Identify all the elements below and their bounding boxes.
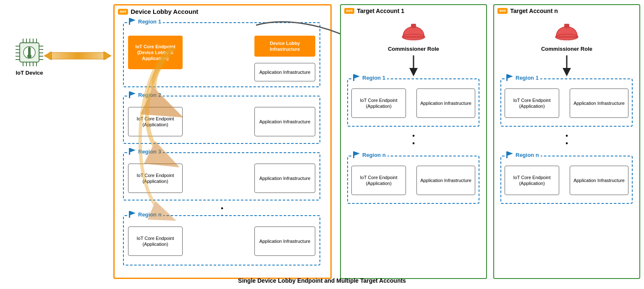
target-account-1-header: aws Target Account 1 bbox=[341, 5, 486, 17]
tn-region-1-box: Region 1 IoT Core Endpoint (Application)… bbox=[500, 78, 633, 127]
commissioner-role-label-t1: Commissioner Role bbox=[388, 46, 439, 52]
flag-icon-r3 bbox=[129, 148, 136, 155]
aws-badge-tn: aws bbox=[497, 8, 508, 14]
flag-icon-r1 bbox=[129, 18, 136, 25]
region-3-box: Region 3 IoT Core Endpoint (Application)… bbox=[123, 152, 320, 200]
down-arrow-t1 bbox=[341, 55, 486, 76]
app-infra-rn-lobby: Application Infrastructure bbox=[254, 227, 315, 256]
app-infra-t1-r1: Application Infrastructure bbox=[416, 89, 475, 118]
aws-badge-lobby: aws bbox=[118, 9, 128, 15]
target-account-n-title: Target Account n bbox=[510, 8, 558, 14]
svg-marker-32 bbox=[130, 148, 136, 152]
aws-badge-t1: aws bbox=[344, 8, 354, 14]
svg-rect-53 bbox=[506, 151, 508, 158]
device-lobby-infra-box: Device Lobby Infrastructure bbox=[254, 36, 315, 57]
svg-marker-25 bbox=[44, 52, 52, 60]
device-lobby-account-header: aws Device Lobby Account bbox=[115, 5, 330, 18]
device-lobby-account: aws Device Lobby Account Region 1 IoT Co… bbox=[113, 4, 332, 279]
region-1-box: Region 1 IoT Core Endpoint (Device Lobby… bbox=[123, 22, 320, 87]
region-n-label: Region n bbox=[127, 211, 163, 218]
diagram-container: IoT Device aws Device Lobby Account bbox=[0, 0, 644, 289]
commissioner-role-t1: Commissioner Role bbox=[341, 21, 486, 52]
region-3-label: Region 3 bbox=[127, 148, 163, 155]
iot-core-tn-r1: IoT Core Endpoint (Application) bbox=[505, 89, 559, 118]
svg-marker-42 bbox=[354, 74, 360, 78]
flag-icon-r2 bbox=[129, 91, 136, 98]
flag-icon-t1-rn bbox=[353, 151, 361, 158]
app-infra-r1-lobby: Application Infrastructure bbox=[254, 63, 315, 81]
svg-rect-27 bbox=[129, 18, 130, 25]
region-1-label: Region 1 bbox=[127, 18, 163, 25]
target-account-1-title: Target Account 1 bbox=[357, 8, 404, 14]
svg-rect-41 bbox=[353, 74, 354, 81]
svg-rect-51 bbox=[506, 74, 508, 81]
svg-marker-30 bbox=[130, 91, 136, 96]
iot-core-t1-rn: IoT Core Endpoint (Application) bbox=[351, 166, 406, 195]
app-infra-r3-lobby: Application Infrastructure bbox=[254, 164, 315, 193]
device-lobby-account-title: Device Lobby Account bbox=[131, 8, 198, 15]
svg-marker-26 bbox=[104, 52, 111, 60]
svg-marker-50 bbox=[563, 68, 571, 76]
svg-point-3 bbox=[27, 54, 31, 58]
iot-core-t1-r1: IoT Core Endpoint (Application) bbox=[351, 89, 406, 118]
region-n-box: Region n IoT Core Endpoint (Application)… bbox=[123, 215, 320, 266]
tn-region-n-box: Region n IoT Core Endpoint (Application)… bbox=[500, 156, 633, 204]
svg-marker-24 bbox=[49, 52, 106, 59]
target-account-1: aws Target Account 1 Commissioner Role bbox=[340, 4, 487, 279]
svg-rect-33 bbox=[129, 211, 130, 218]
svg-marker-54 bbox=[508, 151, 513, 156]
down-arrow-svg-tn bbox=[560, 55, 573, 76]
iot-core-r3-lobby: IoT Core Endpoint (Application) bbox=[128, 164, 183, 193]
iot-core-lobby-app-box: IoT Core Endpoint (Device Lobby & Applic… bbox=[128, 36, 183, 69]
svg-marker-40 bbox=[409, 68, 418, 76]
svg-rect-31 bbox=[129, 148, 130, 155]
region-2-label: Region 2 bbox=[127, 91, 163, 98]
svg-rect-47 bbox=[564, 24, 569, 28]
caption: Single Device Lobby Endpoint and Multipl… bbox=[0, 277, 644, 284]
flag-icon-tn-r1 bbox=[506, 74, 514, 81]
double-arrow bbox=[44, 48, 111, 63]
dots-tn: •• bbox=[494, 132, 639, 147]
t1-region-1-label: Region 1 bbox=[351, 74, 387, 81]
svg-marker-28 bbox=[130, 18, 136, 22]
t1-region-1-box: Region 1 IoT Core Endpoint (Application)… bbox=[347, 78, 479, 127]
svg-marker-52 bbox=[508, 74, 513, 78]
down-arrow-tn bbox=[494, 55, 639, 76]
target-account-n: aws Target Account n Commissioner Role bbox=[493, 4, 640, 279]
region-2-box: Region 2 IoT Core Endpoint (Application)… bbox=[123, 96, 320, 144]
helmet-icon-t1 bbox=[401, 21, 426, 44]
commissioner-role-tn: Commissioner Role bbox=[494, 21, 639, 52]
flag-icon-t1-r1 bbox=[353, 74, 361, 81]
app-infra-tn-r1: Application Infrastructure bbox=[570, 89, 628, 118]
down-arrow-svg-t1 bbox=[407, 55, 420, 76]
chip-icon bbox=[15, 38, 44, 67]
tn-region-1-label: Region 1 bbox=[505, 74, 540, 81]
svg-rect-29 bbox=[129, 91, 130, 98]
helmet-icon-tn bbox=[554, 21, 579, 44]
tn-region-n-label: Region n bbox=[505, 151, 541, 158]
svg-rect-43 bbox=[353, 151, 354, 158]
t1-region-n-box: Region n IoT Core Endpoint (Application)… bbox=[347, 156, 479, 204]
svg-marker-34 bbox=[130, 211, 136, 215]
iot-core-tn-rn: IoT Core Endpoint (Application) bbox=[505, 166, 559, 195]
flag-icon-tn-rn bbox=[506, 151, 514, 158]
flag-icon-rn bbox=[129, 211, 136, 218]
dots-t1: •• bbox=[341, 132, 486, 147]
iot-core-rn-lobby: IoT Core Endpoint (Application) bbox=[128, 227, 183, 256]
app-infra-r2-lobby: Application Infrastructure bbox=[254, 107, 315, 136]
t1-region-n-label: Region n bbox=[351, 151, 387, 158]
app-infra-tn-rn: Application Infrastructure bbox=[570, 166, 628, 195]
target-account-n-header: aws Target Account n bbox=[494, 5, 639, 17]
iot-device-label: IoT Device bbox=[16, 70, 43, 76]
app-infra-t1-rn: Application Infrastructure bbox=[416, 166, 475, 195]
svg-rect-37 bbox=[411, 24, 416, 28]
commissioner-role-label-tn: Commissioner Role bbox=[541, 46, 592, 52]
iot-core-r2-lobby: IoT Core Endpoint (Application) bbox=[128, 107, 183, 136]
svg-marker-44 bbox=[354, 151, 360, 156]
